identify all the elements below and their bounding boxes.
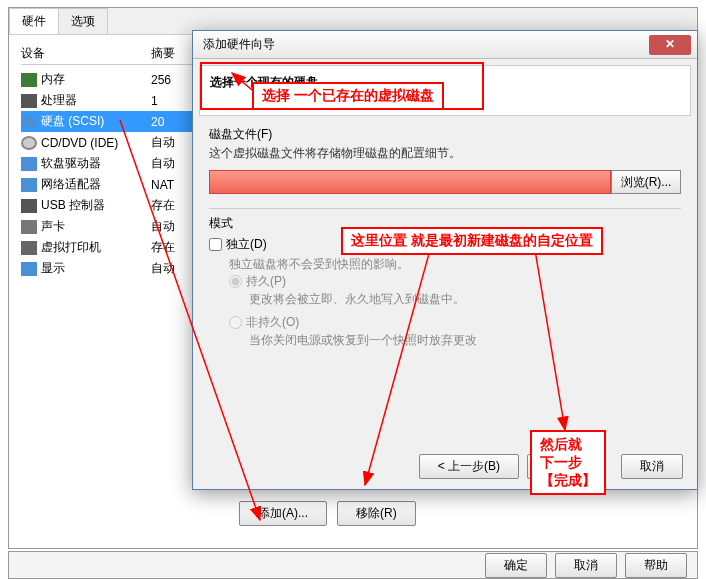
persistent-radio[interactable] <box>229 275 242 288</box>
device-name: 内存 <box>41 71 151 88</box>
device-name: 声卡 <box>41 218 151 235</box>
persistent-label: 持久(P) <box>246 273 286 290</box>
device-icon <box>21 199 37 213</box>
wizard-titlebar: 添加硬件向导 ✕ <box>193 31 697 59</box>
tab-hardware[interactable]: 硬件 <box>9 8 59 34</box>
annotation-location: 这里位置 就是最初新建磁盘的自定位置 <box>341 227 603 255</box>
tab-options[interactable]: 选项 <box>58 8 108 34</box>
nonpersistent-label: 非持久(O) <box>246 314 299 331</box>
device-icon <box>21 73 37 87</box>
device-name: USB 控制器 <box>41 197 151 214</box>
back-button[interactable]: < 上一步(B) <box>419 454 519 479</box>
cancel-button[interactable]: 取消 <box>555 553 617 578</box>
device-name: 软盘驱动器 <box>41 155 151 172</box>
nonpersistent-desc: 当你关闭电源或恢复到一个快照时放弃更改 <box>249 332 681 349</box>
device-icon <box>21 220 37 234</box>
nonpersistent-radio[interactable] <box>229 316 242 329</box>
wizard-cancel-button[interactable]: 取消 <box>621 454 683 479</box>
device-name: 显示 <box>41 260 151 277</box>
disk-path-input[interactable] <box>209 170 611 194</box>
wizard-title-text: 添加硬件向导 <box>199 36 649 53</box>
annotation-finish: 然后就 下一步 【完成】 <box>530 430 606 495</box>
add-button[interactable]: 添加(A)... <box>239 501 327 526</box>
device-icon <box>21 115 37 129</box>
device-name: 硬盘 (SCSI) <box>41 113 151 130</box>
independent-label: 独立(D) <box>226 236 267 253</box>
independent-desc: 独立磁盘将不会受到快照的影响。 <box>229 256 681 273</box>
device-icon <box>21 157 37 171</box>
bottom-bar: 确定 取消 帮助 <box>8 551 698 579</box>
annotation-select-disk: 选择 一个已存在的虚拟磁盘 <box>252 82 444 110</box>
device-icon <box>21 94 37 108</box>
help-button[interactable]: 帮助 <box>625 553 687 578</box>
close-icon[interactable]: ✕ <box>649 35 691 55</box>
disk-file-desc: 这个虚拟磁盘文件将存储物理磁盘的配置细节。 <box>209 145 681 162</box>
device-name: 处理器 <box>41 92 151 109</box>
browse-button[interactable]: 浏览(R)... <box>611 170 681 194</box>
device-name: 虚拟打印机 <box>41 239 151 256</box>
device-icon <box>21 178 37 192</box>
col-device: 设备 <box>21 45 151 62</box>
disk-file-label: 磁盘文件(F) <box>209 126 681 143</box>
device-icon <box>21 262 37 276</box>
ok-button[interactable]: 确定 <box>485 553 547 578</box>
persistent-desc: 更改将会被立即、永久地写入到磁盘中。 <box>249 291 681 308</box>
device-name: 网络适配器 <box>41 176 151 193</box>
device-name: CD/DVD (IDE) <box>41 136 151 150</box>
device-icon <box>21 136 37 150</box>
independent-checkbox[interactable] <box>209 238 222 251</box>
remove-button[interactable]: 移除(R) <box>337 501 416 526</box>
device-icon <box>21 241 37 255</box>
